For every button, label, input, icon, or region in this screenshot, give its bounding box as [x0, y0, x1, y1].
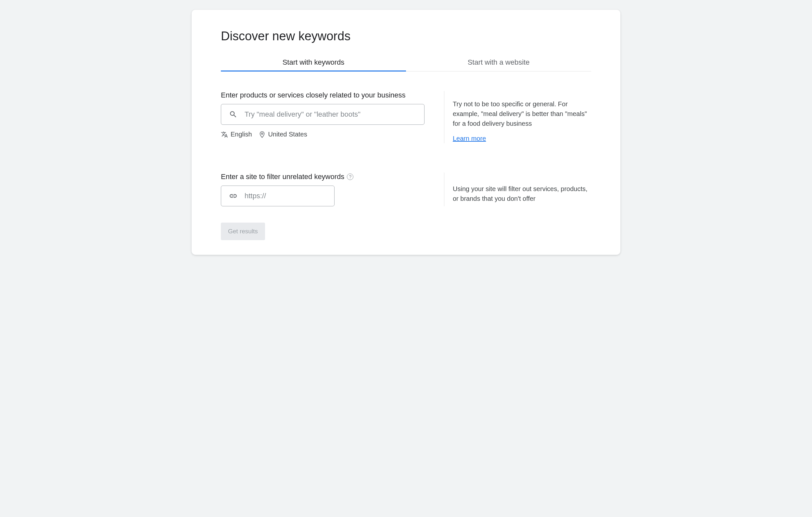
site-filter-label: Enter a site to filter unrelated keyword… — [221, 172, 425, 181]
site-filter-help-text: Using your site will filter out services… — [453, 184, 591, 203]
site-filter-section: Enter a site to filter unrelated keyword… — [221, 172, 591, 206]
tab-start-with-keywords[interactable]: Start with keywords — [221, 54, 406, 71]
keywords-input-label: Enter products or services closely relat… — [221, 91, 425, 100]
keywords-section-left: Enter products or services closely relat… — [221, 91, 425, 143]
language-setting[interactable]: English — [221, 131, 252, 138]
page-title: Discover new keywords — [221, 29, 591, 43]
site-filter-input-wrapper[interactable] — [221, 186, 335, 206]
keyword-planner-card: Discover new keywords Start with keyword… — [192, 10, 620, 255]
site-filter-label-text: Enter a site to filter unrelated keyword… — [221, 172, 344, 181]
site-filter-help-panel: Using your site will filter out services… — [444, 172, 591, 206]
link-icon — [229, 192, 237, 200]
settings-row: English United States — [221, 131, 425, 138]
keywords-section: Enter products or services closely relat… — [221, 91, 591, 143]
language-label: English — [231, 131, 252, 138]
tab-start-with-website[interactable]: Start with a website — [406, 54, 591, 71]
site-filter-left: Enter a site to filter unrelated keyword… — [221, 172, 425, 206]
keywords-help-text: Try not to be too specific or general. F… — [453, 99, 591, 128]
help-icon[interactable]: ? — [347, 173, 353, 180]
learn-more-link[interactable]: Learn more — [453, 134, 486, 143]
keywords-input[interactable] — [244, 110, 416, 118]
search-icon — [229, 110, 237, 118]
keywords-input-wrapper[interactable] — [221, 104, 425, 125]
site-filter-input[interactable] — [244, 192, 334, 200]
location-setting[interactable]: United States — [259, 131, 307, 138]
location-icon — [259, 131, 266, 138]
location-label: United States — [268, 131, 307, 138]
translate-icon — [221, 131, 228, 138]
tabs-container: Start with keywords Start with a website — [221, 54, 591, 72]
keywords-help-panel: Try not to be too specific or general. F… — [444, 91, 591, 143]
get-results-button[interactable]: Get results — [221, 223, 265, 240]
